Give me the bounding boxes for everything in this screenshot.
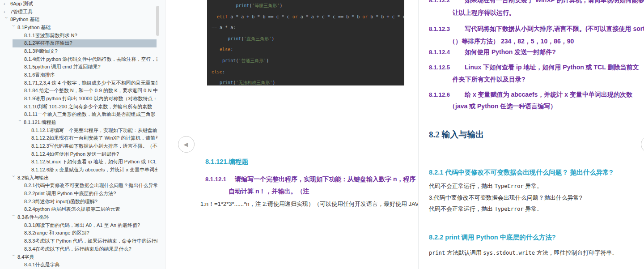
chevron-down-icon[interactable]: › [2,17,10,24]
answer-text: 代码不会正常运行，抛出 [429,205,495,212]
sidebar-item[interactable]: 8.1.12.2如果现在有一台刚安装了 WinXP 的计算机，请简单说明... [0,134,165,142]
sidebar-item[interactable]: 8.2.1代码中要修改不可变数据会出现什么问题？抛出什么异常? [0,182,165,190]
sidebar-item-label: 8.1.12.5Linux 下如何查看 ip 地址，如何用 Python 或 T… [31,158,157,166]
document-viewer: print('等腰三角形') elif a * a + b * b == c *… [166,0,644,269]
sidebar-item[interactable]: 8.1.71,2,3,4 这 4 个数字，能组成多少个互不相同的且无重复的三..… [0,79,165,87]
sidebar-item[interactable]: 8.1.12.1请编写一个完整出程序，实现如下功能：从键盘输入数字... [0,127,165,135]
question-number: 8.1.12.5 [429,64,465,71]
answer-text: 异常。 [524,205,543,212]
chevron-down-icon[interactable]: › [9,215,17,222]
code-line: print('直角三角形') [212,34,404,45]
sidebar-item[interactable]: ›8.3条件与循环 [0,213,165,222]
sidebar-item[interactable]: 8.4.1什么是字典 [0,261,165,269]
sidebar-item[interactable]: 8.1.12.5Linux 下如何查看 ip 地址，如何用 Python 或 T… [0,158,165,166]
sidebar-item-label: 8.1.4统计 python 源代码文件中代码行数，去除注释，空行，进行... [24,56,157,64]
sidebar-item[interactable]: ›6App 测试 [0,0,165,8]
sidebar-item[interactable]: 8.3.3考虑以下 Python 代码，如果运行结束，命令行中的运行结果... [0,237,165,245]
sidebar-item[interactable]: 8.3.1阅读下面的代码，写出 A0，A1 至 An 的最终值? [0,222,165,230]
code-inline: TypeError [495,206,524,212]
question-8-1-12-5-line2: 件夹下所有文件以及目录? [453,76,525,84]
question-text: Linux 下如何查看 ip 地址，如何用 Python 或 TCL 删除当前文 [465,64,639,71]
sidebar-item-label: 6App 测试 [10,0,33,8]
section-heading-8-2-1: 8.2.1 代码中要修改不可变数据会出现什么问题？ 抛出什么异常? [429,168,613,177]
sidebar: ›6App 测试›7管理工具›8Python 基础›8.1Python 基础8.… [0,0,165,269]
code-line: else: [212,67,404,78]
sidebar-item-label: 8.1.121.编程题 [24,119,56,127]
sidebar-item[interactable]: 8.1.2字符串反序输出? [13,39,157,47]
sidebar-item[interactable]: 8.1.6冒泡排序 [0,71,165,79]
chevron-down-icon[interactable]: › [9,254,17,261]
question-8-1-12-6-line1: 8.1.12.6给 x 变量赋值为 abccaefs，并统计 x 变量中单词出现… [429,91,632,99]
code-line: == a * a: [212,22,404,34]
sidebar-item[interactable]: 8.3.4在考虑以下代码，运行结束后的结果是什么? [0,245,165,253]
answer-paragraph: print 方法默认调用 sys.stdout.write 方法，即往控制台打印… [429,249,618,257]
answer-paragraph: 代码不会正常运行，抛出 TypeError 异常。 [429,182,542,190]
sidebar-item-label: 8.4字典 [17,253,34,261]
question-8-1-12-5-line1: 8.1.12.5Linux 下如何查看 ip 地址，如何用 Python 或 T… [429,64,639,72]
sidebar-item-label: 8.1.6冒泡排序 [24,71,55,79]
sidebar-item[interactable]: 8.1.11一个输入三角形的函数，输入后输出是否能组成三角形，三角... [0,111,165,119]
answer-text: 方法，即往控制台打印字符串。 [535,249,618,256]
sidebar-item[interactable]: ›8.4字典 [0,253,165,261]
document-page-right: 8.1.12.2如果现在有一台刚安装了 WinXP 的计算机，请简单说明如何能够… [419,0,644,269]
code-line: elif a * a + b * b == c * c or a * a + c… [212,12,404,23]
sidebar-item[interactable]: 8.1.12.6给 x 变量赋值为 abccaefs，并统计 x 变量中单词出现… [0,166,165,174]
answer-paragraph: 3.代码中要修改不可变数据会出现什么问题？抛出什么异常? [429,194,582,202]
answer-text: 代码不会正常运行，抛出 [429,183,495,189]
sidebar-item-label: 8.1.10判断 101-200 之间有多少个素数，并输出所有的素数 [24,103,152,111]
sidebar-scrollbar-thumb[interactable] [156,6,159,36]
sidebar-item-label: 8.3.1阅读下面的代码，写出 A0，A1 至 An 的最终值? [24,222,140,230]
sidebar-item-label: 8.1.12.2如果现在有一台刚安装了 WinXP 的计算机，请简单说明... [31,134,157,142]
sidebar-item[interactable]: 8.2.4python 两层列表怎么提取第二层的元素 [0,205,165,213]
sidebar-item-label: 8.1.84.给定一个整数 N，和一个 0-9 的数 K，要求返回 0-N 中数… [24,87,157,95]
chevron-down-icon[interactable]: › [16,120,24,127]
sidebar-item[interactable]: 8.1.10判断 101-200 之间有多少个素数，并输出所有的素数 [0,103,165,111]
sidebar-item-label: 8.2.1代码中要修改不可变数据会出现什么问题？抛出什么异常? [24,182,157,190]
chevron-right-icon[interactable]: › [4,8,10,16]
question-8-1-12-1-note: 1:n！=1*2*3*......*n，注 2:请使用递归实现）（可以使用任何开… [200,200,418,208]
chapter-heading-8-2: 8.2 输入与输出 [429,129,484,141]
sidebar-item-label: 8.1.3判断回文? [24,47,58,56]
sidebar-item[interactable]: 8.1.5python 调用 cmd 并返回结果? [0,63,165,71]
question-number: 8.1.12.3 [429,26,465,32]
chevron-down-icon[interactable]: › [9,175,17,182]
sidebar-item-label: 8.2.3简述你对 input()函数的理解? [24,198,97,206]
sidebar-item[interactable]: ›8.2输入与输出 [0,174,165,182]
question-8-1-12-2-line1: 8.1.12.2如果现在有一台刚安装了 WinXP 的计算机，请简单说明如何能够 [429,0,644,4]
question-number: 8.1.12.4 [429,49,465,56]
question-8-1-12-1-line2: 自动计算 n！，并输出。（注 [229,188,309,196]
sidebar-item-label: 7管理工具 [10,8,33,16]
question-8-1-12-2-line2: 让以上程序得以运行。 [453,9,515,17]
previous-page-button[interactable]: ◀ [178,136,195,153]
code-inline: sys.stdout.write [483,250,535,256]
chevron-right-icon[interactable]: › [4,0,10,8]
code-block: print('等腰三角形') elif a * a + b * b == c *… [207,0,404,85]
sidebar-item[interactable]: 8.1.9请用 python 打印出 10000 以内的对称数（对称数特点：数.… [0,95,165,103]
sidebar-item[interactable]: ›8.1.121.编程题 [0,119,165,127]
sidebar-item[interactable]: ›8.1Python 基础 [0,24,165,32]
sidebar-item-label: 8.1.12.4如何使用 Python 发送一封邮件? [31,150,119,158]
document-page-left: print('等腰三角形') elif a * a + b * b == c *… [166,0,418,269]
chevron-down-icon[interactable]: › [9,25,17,32]
sidebar-item[interactable]: 8.2.3简述你对 input()函数的理解? [0,198,165,206]
sidebar-item[interactable]: 8.1.12.3写代码将如下数据从小到大排序，语言不限。（不可以直... [0,142,165,150]
sidebar-item[interactable]: ›7管理工具 [0,8,165,16]
sidebar-item-label: 8.1.11一个输入三角形的函数，输入后输出是否能组成三角形，三角... [24,111,157,119]
app-window: ›6App 测试›7管理工具›8Python 基础›8.1Python 基础8.… [0,0,644,269]
sidebar-item[interactable]: 8.1.1斐波那契数列求 N? [0,32,165,40]
sidebar-item-label: 8.1.2字符串反序输出? [24,39,72,47]
sidebar-item[interactable]: 8.1.3判断回文? [0,47,165,56]
sidebar-item-label: 8.1.12.1请编写一个完整出程序，实现如下功能：从键盘输入数字... [31,127,157,135]
sidebar-item-label: 8.2.2print 调用 Python 中底层的什么方法? [24,190,116,198]
sidebar-item-label: 8.1.71,2,3,4 这 4 个数字，能组成多少个互不相同的且无重复的三..… [24,79,157,87]
sidebar-item[interactable]: 8.3.2range 和 xrange 的区别? [0,229,165,237]
sidebar-item-label: 8.1Python 基础 [17,24,51,32]
sidebar-item[interactable]: 8.2.2print 调用 Python 中底层的什么方法? [0,190,165,198]
sidebar-item[interactable]: 8.1.84.给定一个整数 N，和一个 0-9 的数 K，要求返回 0-N 中数… [0,87,165,95]
sidebar-item[interactable]: 8.1.12.4如何使用 Python 发送一封邮件? [0,150,165,158]
sidebar-item-label: 8.3.4在考虑以下代码，运行结束后的结果是什么? [24,245,131,253]
sidebar-item-label: 8.1.1斐波那契数列求 N? [24,32,77,40]
sidebar-item[interactable]: ›8Python 基础 [0,16,165,24]
sidebar-item[interactable]: 8.1.4统计 python 源代码文件中代码行数，去除注释，空行，进行... [0,56,165,64]
section-heading-8-1-121: 8.1.121.编程题 [205,158,248,166]
